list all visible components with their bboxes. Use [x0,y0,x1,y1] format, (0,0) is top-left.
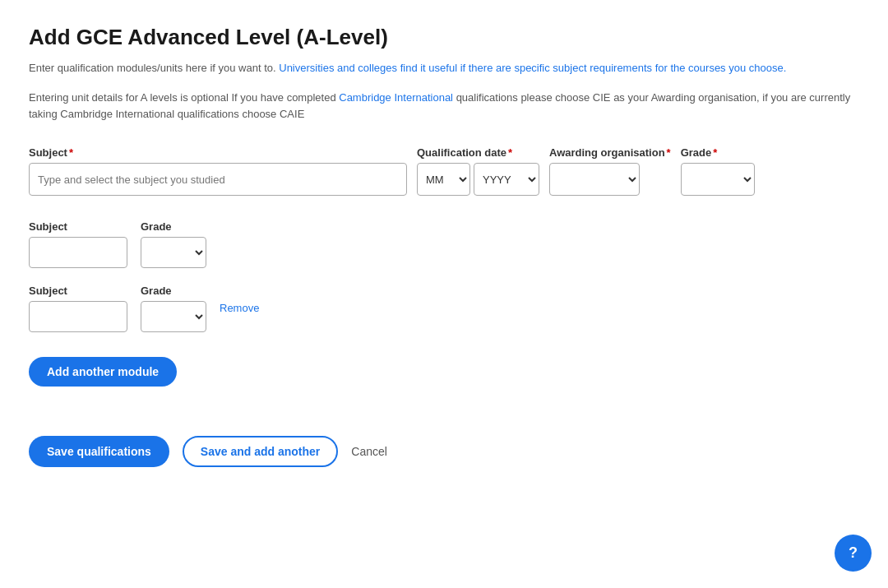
awarding-org-select[interactable] [549,163,640,196]
qualification-date-field-group: Qualification date* MM 01020304 05060708… [417,146,539,196]
year-select[interactable]: YYYY 202420232022 2021202020192018 [474,163,539,196]
qualdate-required: * [508,146,512,159]
module-2-subject-input[interactable] [29,301,127,332]
page-title: Add GCE Advanced Level (A-Level) [29,25,859,50]
subject-input[interactable] [29,163,407,196]
month-select[interactable]: MM 01020304 05060708 09101112 [417,163,470,196]
add-module-button[interactable]: Add another module [29,357,177,387]
cambridge-link: Cambridge International [339,91,453,104]
module-row-2: Subject Grade Remove [29,285,859,332]
main-form-row: Subject* Qualification date* MM 01020304… [29,146,859,196]
module-1-subject-input[interactable] [29,237,127,268]
grade-label: Grade* [681,146,755,159]
qualification-date-label: Qualification date* [417,146,539,159]
module-2-grade-label: Grade [141,285,206,297]
module-1-subject-group: Subject [29,220,127,268]
grade-field-group: Grade* [681,146,755,196]
remove-module-2-button[interactable]: Remove [220,302,259,314]
subject-field-group: Subject* [29,146,407,196]
subtitle-link: Universities and colleges find it useful… [279,62,786,74]
module-2-subject-label: Subject [29,285,127,297]
modules-section: Subject Grade Subject Grade Remove [29,220,859,332]
org-required: * [667,146,671,159]
module-2-grade-group: Grade [141,285,206,332]
grade-select[interactable] [681,163,755,196]
module-row-1: Subject Grade [29,220,859,268]
subject-required: * [69,146,73,159]
module-1-grade-select[interactable] [141,237,206,268]
info-text: Entering unit details for A levels is op… [29,90,859,124]
actions-row: Save qualifications Save and add another… [29,436,859,467]
subtitle-text: Enter qualification modules/units here i… [29,60,859,76]
save-and-add-button[interactable]: Save and add another [183,436,338,467]
module-2-grade-select[interactable] [141,301,206,332]
module-1-subject-label: Subject [29,220,127,233]
module-1-grade-group: Grade [141,220,206,268]
module-1-grade-label: Grade [141,220,206,233]
cancel-button[interactable]: Cancel [351,445,387,458]
grade-required: * [713,146,717,159]
awarding-org-label: Awarding organisation* [549,146,671,159]
awarding-org-field-group: Awarding organisation* [549,146,671,196]
subject-label: Subject* [29,146,407,159]
module-2-subject-group: Subject [29,285,127,332]
save-qualifications-button[interactable]: Save qualifications [29,436,169,467]
date-group: MM 01020304 05060708 09101112 YYYY 20242… [417,163,539,196]
